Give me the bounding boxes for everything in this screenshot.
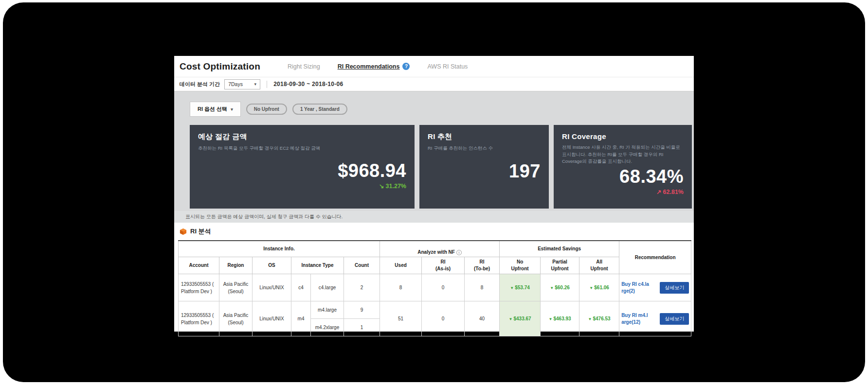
options-row: RI 옵션 선택 ▾ No Upfront 1 Year , Standard bbox=[190, 102, 694, 117]
column-header-ri-as-is: RI (As-is) bbox=[422, 257, 465, 274]
cell-instance-family: m4 bbox=[291, 301, 311, 336]
divider bbox=[267, 81, 267, 88]
cell-count: 2 bbox=[344, 274, 380, 301]
card-title: RI Coverage bbox=[562, 132, 684, 140]
table-row: 12933505553 ( Platform Dev ) Asia Pacifi… bbox=[179, 301, 691, 319]
cell-partial-upfront: ▼$463.93 bbox=[541, 301, 579, 336]
date-range: 2018-09-30 ~ 2018-10-06 bbox=[273, 81, 343, 88]
group-header-estimated-savings: Estimated Savings bbox=[500, 241, 619, 257]
cell-region: Asia Pacific (Seoul) bbox=[219, 274, 253, 301]
tab-right-sizing[interactable]: Right Sizing bbox=[288, 63, 320, 70]
column-header-all-upfront: All Upfront bbox=[579, 257, 619, 274]
column-header-recommendation: Recommendation bbox=[619, 241, 691, 274]
filter-bar: 데이터 분석 기간 7Days ▾ 2018-09-30 ~ 2018-10-0… bbox=[174, 77, 694, 91]
cell-recommendation: Buy RI m4.large(12) 상세보기 bbox=[619, 301, 691, 336]
decrease-icon: ▼ bbox=[549, 317, 553, 321]
cell-instance-type: c4.large bbox=[311, 274, 344, 301]
savings-value: $968.94 bbox=[198, 161, 406, 180]
estimate-disclaimer: 표시되는 모든 금액은 예상 금액이며, 실제 청구 금액과 다를 수 있습니다… bbox=[174, 211, 694, 223]
cell-instance-type: m4.large bbox=[311, 301, 344, 319]
column-header-os: OS bbox=[253, 257, 291, 274]
summary-cards: 예상 절감 금액 추천하는 RI 목록을 모두 구매할 경우의 EC2 예상 절… bbox=[190, 125, 694, 209]
cell-instance-type: m4.2xlarge bbox=[311, 319, 344, 336]
group-header-instance-info: Instance Info. bbox=[179, 241, 380, 257]
group-header-analyze-nf: Analyze with NFi bbox=[380, 241, 500, 257]
ri-option-select-button[interactable]: RI 옵션 선택 ▾ bbox=[190, 102, 241, 117]
decrease-icon: ▼ bbox=[510, 286, 514, 290]
card-ri-coverage: RI Coverage 전체 Instance 사용 시간 중, RI 가 적용… bbox=[554, 125, 692, 209]
ri-count-value: 197 bbox=[428, 162, 541, 180]
trend-up-icon: ↗ bbox=[656, 189, 661, 195]
buy-ri-link[interactable]: Buy RI c4.large(2) bbox=[621, 281, 650, 295]
package-icon bbox=[180, 228, 187, 235]
column-header-instance-type: Instance Type bbox=[291, 257, 344, 274]
tab-aws-ri-status[interactable]: AWS RI Status bbox=[427, 63, 468, 70]
page-title: Cost Optimization bbox=[180, 61, 260, 72]
period-select[interactable]: 7Days ▾ bbox=[224, 79, 260, 89]
column-header-partial-upfront: Partial Upfront bbox=[541, 257, 579, 274]
detail-view-button[interactable]: 상세보기 bbox=[660, 313, 689, 325]
analysis-section-title: RI 분석 bbox=[190, 227, 211, 236]
card-subtitle: 추천하는 RI 목록을 모두 구매할 경우의 EC2 예상 절감 금액 bbox=[198, 145, 406, 152]
cell-ri-as-is: 0 bbox=[422, 301, 465, 336]
help-icon[interactable]: ? bbox=[402, 63, 410, 70]
cell-os: Linux/UNIX bbox=[253, 301, 291, 336]
chevron-down-icon: ▾ bbox=[231, 107, 233, 112]
column-header-no-upfront: No Upfront bbox=[500, 257, 541, 274]
column-header-region: Region bbox=[219, 257, 253, 274]
table-row: 12933505553 ( Platform Dev ) Asia Pacifi… bbox=[179, 274, 691, 301]
cell-count: 1 bbox=[344, 319, 380, 336]
cell-ri-to-be: 8 bbox=[465, 274, 500, 301]
dashboard-panel: Cost Optimization Right Sizing RI Recomm… bbox=[174, 56, 694, 332]
badge-no-upfront: No Upfront bbox=[246, 104, 287, 115]
cell-region: Asia Pacific (Seoul) bbox=[219, 301, 253, 336]
card-subtitle: RI 구매를 추천하는 인스턴스 수 bbox=[428, 145, 541, 152]
tab-bar: Right Sizing RI Recommendations ? AWS RI… bbox=[288, 63, 468, 70]
cell-all-upfront: ▼$476.53 bbox=[579, 301, 619, 336]
info-icon[interactable]: i bbox=[456, 250, 462, 255]
cell-account: 12933505553 ( Platform Dev ) bbox=[179, 301, 219, 336]
summary-section: RI 옵션 선택 ▾ No Upfront 1 Year , Standard … bbox=[174, 91, 694, 223]
cell-no-upfront: ▼$53.74 bbox=[500, 274, 541, 301]
cell-no-upfront: ▼$433.67 bbox=[500, 301, 541, 336]
decrease-icon: ▼ bbox=[588, 317, 592, 321]
cell-count: 9 bbox=[344, 301, 380, 319]
column-header-account: Account bbox=[179, 257, 219, 274]
analysis-section-header: RI 분석 bbox=[174, 223, 694, 240]
cell-ri-as-is: 0 bbox=[422, 274, 465, 301]
buy-ri-link[interactable]: Buy RI m4.large(12) bbox=[621, 312, 650, 326]
card-ri-recommendation-count: RI 추천 RI 구매를 추천하는 인스턴스 수 197 bbox=[419, 125, 549, 209]
chevron-down-icon: ▾ bbox=[254, 82, 257, 87]
cell-used: 51 bbox=[380, 301, 422, 336]
cell-recommendation: Buy RI c4.large(2) 상세보기 bbox=[619, 274, 691, 301]
header: Cost Optimization Right Sizing RI Recomm… bbox=[174, 56, 694, 77]
cell-instance-family: c4 bbox=[291, 274, 311, 301]
trend-down-icon: ↘ bbox=[379, 183, 384, 190]
period-label: 데이터 분석 기간 bbox=[180, 81, 220, 88]
column-header-used: Used bbox=[380, 257, 422, 274]
cell-all-upfront: ▼$61.06 bbox=[579, 274, 619, 301]
decrease-icon: ▼ bbox=[589, 286, 593, 290]
tab-ri-recommendations[interactable]: RI Recommendations ? bbox=[338, 63, 410, 70]
cell-os: Linux/UNIX bbox=[253, 274, 291, 301]
cell-ri-to-be: 40 bbox=[465, 301, 500, 336]
card-expected-savings: 예상 절감 금액 추천하는 RI 목록을 모두 구매할 경우의 EC2 예상 절… bbox=[190, 125, 415, 209]
savings-delta: ↘ 31.27% bbox=[198, 182, 406, 190]
decrease-icon: ▼ bbox=[550, 286, 554, 290]
decrease-icon: ▼ bbox=[509, 317, 513, 321]
coverage-delta: ↗ 62.81% bbox=[562, 188, 684, 195]
column-header-count: Count bbox=[344, 257, 380, 274]
column-header-ri-to-be: RI (To-be) bbox=[465, 257, 500, 274]
cell-partial-upfront: ▼$60.26 bbox=[541, 274, 579, 301]
ri-analysis-table: Instance Info. Analyze with NFi Estimate… bbox=[178, 240, 691, 336]
card-title: 예상 절감 금액 bbox=[198, 132, 406, 141]
card-subtitle: 전체 Instance 사용 시간 중, RI 가 적용되는 시간을 비율로 표… bbox=[562, 144, 684, 165]
coverage-value: 68.34% bbox=[562, 167, 684, 186]
period-select-value: 7Days bbox=[228, 81, 243, 87]
badge-term-standard: 1 Year , Standard bbox=[292, 104, 347, 115]
card-title: RI 추천 bbox=[428, 132, 541, 141]
cell-used: 8 bbox=[380, 274, 422, 301]
detail-view-button[interactable]: 상세보기 bbox=[660, 282, 689, 294]
cell-account: 12933505553 ( Platform Dev ) bbox=[179, 274, 219, 301]
